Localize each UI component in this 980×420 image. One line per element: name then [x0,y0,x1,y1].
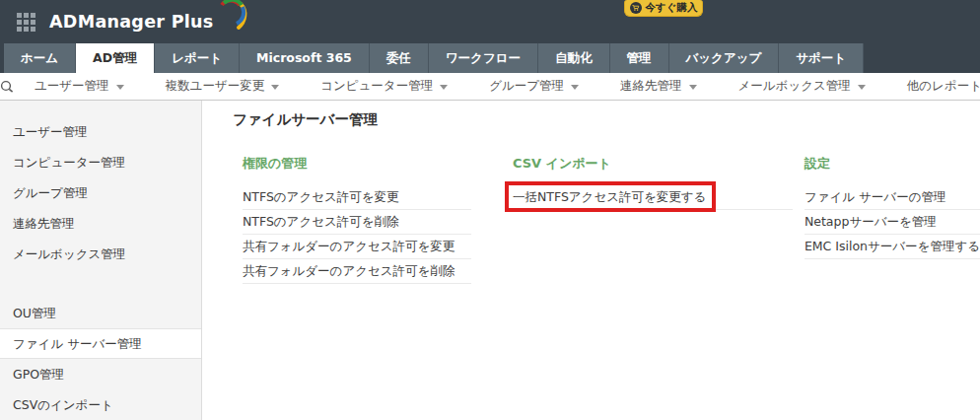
menu-computer-management[interactable]: コンピューター管理 [300,78,468,95]
tab-reports[interactable]: レポート [155,43,240,73]
sidebar-item-mailbox-management[interactable]: メールボックス管理 [0,239,201,269]
main-content: ファイルサーバー管理 権限の管理 NTFSのアクセス許可を変更 NTFSのアクセ… [202,101,980,420]
link-manage-file-servers[interactable]: ファイル サーバーの管理 [805,185,980,210]
menu-other-reports[interactable]: 他のレポート [886,78,980,95]
app-title: ADManager Plus [49,12,214,32]
secondary-menu-bar: ユーザー管理 複数ユーザー変更 コンピューター管理 グループ管理 連絡先管理 メ… [0,73,980,101]
page-title: ファイルサーバー管理 [233,110,980,129]
tab-backup[interactable]: バックアップ [669,43,780,73]
chevron-down-icon [116,85,124,90]
tab-home[interactable]: ホーム [4,43,76,73]
column-csv-import: CSV インポート 一括NTFSアクセス許可を変更する [513,155,805,284]
sidebar-item-user-management[interactable]: ユーザー管理 [0,116,201,147]
menu-mailbox-management[interactable]: メールボックス管理 [718,78,886,95]
link-manage-netapp-server[interactable]: Netappサーバーを管理 [805,210,980,235]
left-sidebar: ユーザー管理 コンピューター管理 グループ管理 連絡先管理 メールボックス管理 … [0,101,202,420]
sidebar-item-csv-import[interactable]: CSVのインポート [0,389,201,420]
main-nav-tabs: ホーム AD管理 レポート Microsoft 365 委任 ワークフロー 自動… [0,43,980,73]
tab-delegation[interactable]: 委任 [370,43,429,73]
top-bar: ADManager Plus 今すぐ購入 [0,0,980,43]
menu-user-management[interactable]: ユーザー管理 [14,78,145,95]
tab-microsoft-365[interactable]: Microsoft 365 [240,43,370,73]
link-bulk-modify-ntfs-permissions[interactable]: 一括NTFSアクセス許可を変更する [513,185,793,210]
chevron-down-icon [689,85,697,90]
buy-now-button[interactable]: 今すぐ購入 [624,0,703,17]
menu-multiple-user-modification[interactable]: 複数ユーザー変更 [145,78,301,95]
link-modify-ntfs-permissions[interactable]: NTFSのアクセス許可を変更 [243,185,471,210]
tab-workflow[interactable]: ワークフロー [429,43,538,73]
chevron-down-icon [440,85,448,90]
column-heading-csv-import: CSV インポート [513,155,793,171]
link-remove-ntfs-permissions[interactable]: NTFSのアクセス許可を削除 [243,210,471,235]
menu-contact-management[interactable]: 連絡先管理 [599,78,718,95]
tab-admin[interactable]: 管理 [610,43,669,73]
column-heading-settings: 設定 [805,155,980,171]
sidebar-item-file-server-management[interactable]: ファイル サーバー管理 [0,328,201,359]
link-modify-share-permissions[interactable]: 共有フォルダーのアクセス許可を変更 [243,235,471,259]
sidebar-item-group-management[interactable]: グループ管理 [0,177,201,208]
tab-support[interactable]: サポート [779,43,864,73]
sidebar-item-computer-management[interactable]: コンピューター管理 [0,147,201,177]
buy-now-label: 今すぐ購入 [646,1,698,15]
tab-automation[interactable]: 自動化 [538,43,610,73]
sidebar-item-contact-management[interactable]: 連絡先管理 [0,208,201,239]
menu-group-management[interactable]: グループ管理 [468,78,599,95]
app-launcher-grid-icon[interactable] [17,13,35,32]
brand-swirl-icon [215,0,248,38]
chevron-down-icon [858,85,866,90]
sidebar-item-ou-management[interactable]: OU管理 [0,298,201,328]
link-columns: 権限の管理 NTFSのアクセス許可を変更 NTFSのアクセス許可を削除 共有フォ… [233,155,980,284]
search-icon[interactable] [0,80,14,94]
chevron-down-icon [571,85,579,90]
link-manage-emc-isilon-server[interactable]: EMC Isilonサーバーを管理する [805,235,980,259]
chevron-down-icon [271,85,279,90]
column-permission-management: 権限の管理 NTFSのアクセス許可を変更 NTFSのアクセス許可を削除 共有フォ… [243,155,513,284]
tab-ad-management[interactable]: AD管理 [76,43,155,73]
link-remove-share-permissions[interactable]: 共有フォルダーのアクセス許可を削除 [243,259,471,284]
content-layout: ユーザー管理 コンピューター管理 グループ管理 連絡先管理 メールボックス管理 … [0,101,980,420]
column-settings: 設定 ファイル サーバーの管理 Netappサーバーを管理 EMC Isilon… [805,155,980,284]
shopping-cart-icon [630,2,642,14]
sidebar-item-gpo-management[interactable]: GPO管理 [0,359,201,389]
column-heading-permission-management: 権限の管理 [243,155,471,171]
